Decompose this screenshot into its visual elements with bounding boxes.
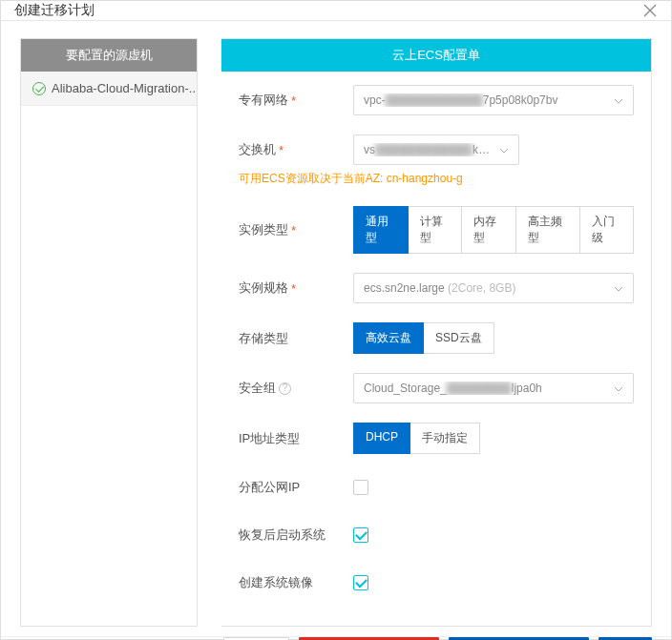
- label-vpc: 专有网络*: [239, 92, 353, 109]
- chevron-down-icon: [614, 281, 623, 295]
- row-public-ip: 分配公网IP: [239, 473, 634, 502]
- row-vswitch: 交换机* vs████████████k1m5roilgh6kc 可用ECS资源…: [239, 134, 634, 187]
- instance-type-group: 通用型 计算型 内存型 高主频型 入门级: [353, 206, 634, 254]
- migration-dialog: 创建迁移计划 要配置的源虚机 Alibaba-Cloud-Migration-.…: [0, 0, 672, 640]
- instance-type-highfreq[interactable]: 高主频型: [515, 206, 580, 254]
- row-create-image: 创建系统镜像: [239, 568, 634, 597]
- chevron-down-icon: [614, 382, 623, 395]
- create-image-checkbox[interactable]: [353, 575, 368, 590]
- dialog-title: 创建迁移计划: [14, 2, 94, 19]
- row-instance-type: 实例类型* 通用型 计算型 内存型 高主频型 入门级: [239, 206, 634, 254]
- label-start-after: 恢复后启动系统: [239, 526, 353, 544]
- row-start-after: 恢复后启动系统: [239, 521, 634, 549]
- ip-manual[interactable]: 手动指定: [410, 423, 480, 454]
- dialog-body: 要配置的源虚机 Alibaba-Cloud-Migration-... 云上EC…: [1, 21, 671, 636]
- close-icon[interactable]: [640, 1, 660, 20]
- storage-ssd[interactable]: SSD云盘: [423, 322, 494, 354]
- ip-dhcp[interactable]: DHCP: [353, 423, 410, 454]
- label-public-ip: 分配公网IP: [239, 479, 353, 496]
- ecs-config-panel: 云上ECS配置单 专有网络* vpc-████████████7p5p08k0p…: [221, 38, 652, 627]
- label-vswitch: 交换机*: [239, 141, 353, 158]
- row-instance-spec: 实例规格* ecs.sn2ne.large (2Core, 8GB): [239, 273, 634, 303]
- instance-type-general[interactable]: 通用型: [353, 206, 409, 254]
- label-security-group: 安全组 ?: [239, 380, 353, 397]
- row-security-group: 安全组 ? Cloud_Storage_████████ljpa0h: [239, 373, 634, 403]
- titlebar: 创建迁移计划: [1, 1, 671, 21]
- storage-type-group: 高效云盘 SSD云盘: [353, 322, 494, 354]
- label-instance-type: 实例类型*: [239, 221, 353, 238]
- instance-type-entry[interactable]: 入门级: [579, 206, 635, 254]
- label-ip-type: IP地址类型: [239, 430, 353, 447]
- source-vm-item[interactable]: Alibaba-Cloud-Migration-...: [21, 72, 197, 106]
- vswitch-select[interactable]: vs████████████k1m5roilgh6kc: [353, 134, 519, 165]
- label-instance-spec: 实例规格*: [239, 279, 353, 297]
- public-ip-checkbox[interactable]: [353, 480, 368, 495]
- instance-type-compute[interactable]: 计算型: [408, 206, 463, 254]
- instance-type-memory[interactable]: 内存型: [461, 206, 516, 254]
- ip-type-group: DHCP 手动指定: [353, 423, 480, 454]
- start-after-checkbox[interactable]: [353, 527, 368, 543]
- source-vm-header: 要配置的源虚机: [21, 39, 197, 72]
- chevron-down-icon: [614, 93, 623, 107]
- ecs-form: 专有网络* vpc-████████████7p5p08k0p7bv 交换机*: [221, 72, 651, 626]
- storage-efficient[interactable]: 高效云盘: [353, 322, 424, 354]
- row-ip-type: IP地址类型 DHCP 手动指定: [239, 423, 634, 454]
- az-note: 可用ECS资源取决于当前AZ: cn-hangzhou-g: [239, 171, 463, 187]
- ecs-config-header: 云上ECS配置单: [221, 39, 651, 72]
- check-icon: [32, 82, 46, 95]
- label-storage-type: 存储类型: [239, 330, 353, 347]
- vm-name: Alibaba-Cloud-Migration-...: [52, 81, 197, 95]
- help-icon[interactable]: ?: [279, 382, 291, 395]
- label-create-image: 创建系统镜像: [239, 574, 353, 591]
- row-vpc: 专有网络* vpc-████████████7p5p08k0p7bv: [239, 85, 634, 115]
- source-vm-panel: 要配置的源虚机 Alibaba-Cloud-Migration-...: [20, 38, 198, 627]
- vpc-select[interactable]: vpc-████████████7p5p08k0p7bv: [353, 85, 634, 115]
- dialog-footer: 上一步 复制配置到所有虚机 保存配置到当前虚机 创建: [1, 636, 671, 640]
- chevron-down-icon: [499, 143, 509, 156]
- row-storage-type: 存储类型 高效云盘 SSD云盘: [239, 322, 634, 354]
- instance-spec-select[interactable]: ecs.sn2ne.large (2Core, 8GB): [353, 273, 634, 303]
- security-group-select[interactable]: Cloud_Storage_████████ljpa0h: [353, 373, 634, 403]
